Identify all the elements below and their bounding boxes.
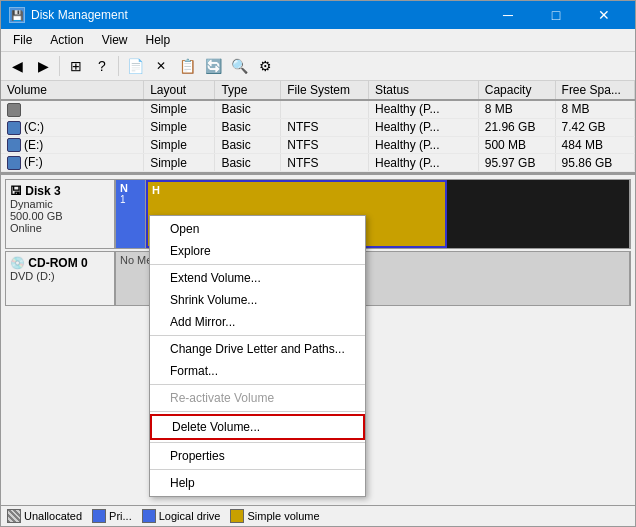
ctx-format[interactable]: Format...	[150, 360, 365, 382]
disk-status-3: Online	[10, 222, 110, 234]
cell-capacity: 8 MB	[478, 100, 555, 118]
partition-label: N	[120, 182, 141, 194]
cell-status: Healthy (P...	[369, 136, 479, 154]
disk-name-cdrom: 💿 CD-ROM 0	[10, 256, 110, 270]
cell-freespace: 484 MB	[555, 136, 634, 154]
legend-label-unallocated: Unallocated	[24, 510, 82, 522]
legend-box-unallocated	[7, 509, 21, 523]
toolbar: ◀ ▶ ⊞ ? 📄 ✕ 📋 🔄 🔍 ⚙	[1, 52, 635, 81]
cell-volume: (C:)	[1, 118, 144, 136]
cell-volume	[1, 100, 144, 118]
ctx-reactivate-volume: Re-activate Volume	[150, 387, 365, 409]
menu-file[interactable]: File	[5, 31, 40, 49]
settings-button[interactable]: ⚙	[253, 54, 277, 78]
ctx-separator-3	[150, 384, 365, 385]
legend-primary: Pri...	[92, 509, 132, 523]
table-row[interactable]: (E:) Simple Basic NTFS Healthy (P... 500…	[1, 136, 635, 154]
cell-type: Basic	[215, 100, 281, 118]
cell-status: Healthy (P...	[369, 118, 479, 136]
col-header-volume: Volume	[1, 81, 144, 100]
col-header-fs: File System	[281, 81, 369, 100]
disk-type-cdrom: DVD (D:)	[10, 270, 110, 282]
cell-layout: Simple	[144, 136, 215, 154]
toolbar-separator-2	[118, 56, 119, 76]
partition-3-1[interactable]: N 1	[116, 180, 146, 248]
table-row[interactable]: (F:) Simple Basic NTFS Healthy (P... 95.…	[1, 154, 635, 172]
legend-box-logical	[142, 509, 156, 523]
forward-button[interactable]: ▶	[31, 54, 55, 78]
legend-label-simple: Simple volume	[247, 510, 319, 522]
properties-button[interactable]: 🔍	[227, 54, 251, 78]
cell-volume: (E:)	[1, 136, 144, 154]
partition-label: H	[152, 184, 441, 196]
cell-freespace: 7.42 GB	[555, 118, 634, 136]
new-button[interactable]: 📄	[123, 54, 147, 78]
disk-name-3: 🖫 Disk 3	[10, 184, 110, 198]
disk-label-cdrom: 💿 CD-ROM 0 DVD (D:)	[6, 252, 116, 305]
legend-logical: Logical drive	[142, 509, 221, 523]
cell-status: Healthy (P...	[369, 100, 479, 118]
table-row[interactable]: Simple Basic Healthy (P... 8 MB 8 MB	[1, 100, 635, 118]
ctx-explore[interactable]: Explore	[150, 240, 365, 262]
cell-fs: NTFS	[281, 154, 369, 172]
legend-unallocated: Unallocated	[7, 509, 82, 523]
copy-button[interactable]: 📋	[175, 54, 199, 78]
disk-type-3: Dynamic	[10, 198, 110, 210]
partition-size: 1	[120, 194, 141, 205]
ctx-change-drive-letter[interactable]: Change Drive Letter and Paths...	[150, 338, 365, 360]
ctx-separator-6	[150, 469, 365, 470]
legend-simple: Simple volume	[230, 509, 319, 523]
cell-fs: NTFS	[281, 136, 369, 154]
legend-label-logical: Logical drive	[159, 510, 221, 522]
menu-view[interactable]: View	[94, 31, 136, 49]
cell-layout: Simple	[144, 154, 215, 172]
table-row[interactable]: (C:) Simple Basic NTFS Healthy (P... 21.…	[1, 118, 635, 136]
maximize-button[interactable]: □	[533, 5, 579, 25]
menu-action[interactable]: Action	[42, 31, 91, 49]
cell-capacity: 95.97 GB	[478, 154, 555, 172]
col-header-status: Status	[369, 81, 479, 100]
delete-button[interactable]: ✕	[149, 54, 173, 78]
cell-fs: NTFS	[281, 118, 369, 136]
window-controls: ─ □ ✕	[485, 5, 627, 25]
ctx-shrink-volume[interactable]: Shrink Volume...	[150, 289, 365, 311]
legend-label-primary: Pri...	[109, 510, 132, 522]
view-button[interactable]: ⊞	[64, 54, 88, 78]
cell-fs	[281, 100, 369, 118]
ctx-separator-1	[150, 264, 365, 265]
title-bar: 💾 Disk Management ─ □ ✕	[1, 1, 635, 29]
volumes-table-pane: Volume Layout Type File System Status Ca…	[1, 81, 635, 175]
context-menu: Open Explore Extend Volume... Shrink Vol…	[149, 215, 366, 497]
minimize-button[interactable]: ─	[485, 5, 531, 25]
cell-capacity: 21.96 GB	[478, 118, 555, 136]
col-header-capacity: Capacity	[478, 81, 555, 100]
table-scroll-area[interactable]: Volume Layout Type File System Status Ca…	[1, 81, 635, 172]
main-content: Volume Layout Type File System Status Ca…	[1, 81, 635, 526]
ctx-extend-volume[interactable]: Extend Volume...	[150, 267, 365, 289]
disk-management-window: 💾 Disk Management ─ □ ✕ File Action View…	[0, 0, 636, 527]
cell-capacity: 500 MB	[478, 136, 555, 154]
cell-volume: (F:)	[1, 154, 144, 172]
ctx-delete-volume[interactable]: Delete Volume...	[150, 414, 365, 440]
window-icon: 💾	[9, 7, 25, 23]
help-button[interactable]: ?	[90, 54, 114, 78]
window-title: Disk Management	[31, 8, 479, 22]
col-header-type: Type	[215, 81, 281, 100]
partition-3-3[interactable]	[447, 180, 630, 248]
ctx-help[interactable]: Help	[150, 472, 365, 494]
cell-status: Healthy (P...	[369, 154, 479, 172]
cell-layout: Simple	[144, 100, 215, 118]
ctx-properties[interactable]: Properties	[150, 445, 365, 467]
volumes-table: Volume Layout Type File System Status Ca…	[1, 81, 635, 172]
col-header-layout: Layout	[144, 81, 215, 100]
ctx-add-mirror[interactable]: Add Mirror...	[150, 311, 365, 333]
cell-type: Basic	[215, 136, 281, 154]
ctx-separator-2	[150, 335, 365, 336]
ctx-open[interactable]: Open	[150, 218, 365, 240]
refresh-button[interactable]: 🔄	[201, 54, 225, 78]
menu-help[interactable]: Help	[138, 31, 179, 49]
back-button[interactable]: ◀	[5, 54, 29, 78]
ctx-separator-5	[150, 442, 365, 443]
close-button[interactable]: ✕	[581, 5, 627, 25]
legend-box-primary	[92, 509, 106, 523]
